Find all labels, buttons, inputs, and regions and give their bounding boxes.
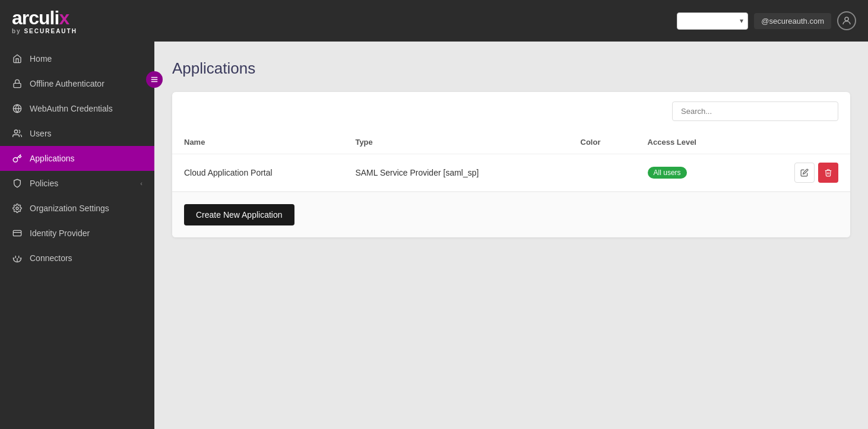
col-type: Type: [343, 131, 568, 154]
search-bar-row: [172, 92, 850, 131]
search-input[interactable]: [672, 101, 838, 121]
sidebar-item-home[interactable]: Home: [0, 46, 154, 71]
topbar: arculix by SECUREAUTH @secureauth.com: [0, 0, 868, 42]
org-select-wrapper[interactable]: [677, 12, 748, 30]
applications-card: Name Type Color Access Level Cloud Appli…: [172, 92, 850, 237]
app-access-level: All users: [636, 154, 747, 192]
sidebar-item-policies[interactable]: Policies ‹: [0, 171, 154, 196]
card-footer: Create New Application: [172, 192, 850, 237]
logo-subtitle: by SECUREAUTH: [12, 28, 77, 34]
topbar-right: @secureauth.com: [677, 11, 856, 30]
avatar[interactable]: [837, 11, 856, 30]
logo-brand: SECUREAUTH: [24, 28, 77, 34]
key-icon: [12, 153, 23, 164]
id-card-icon: [12, 228, 23, 239]
sidebar-item-users-label: Users: [30, 129, 52, 138]
sidebar-item-users[interactable]: Users: [0, 121, 154, 146]
gear-icon: [12, 203, 23, 214]
col-color: Color: [569, 131, 636, 154]
logo-inner: arculix by SECUREAUTH: [12, 7, 77, 34]
sidebar-item-applications-label: Applications: [30, 154, 75, 163]
col-actions: [747, 131, 850, 154]
sidebar-item-offline-authenticator[interactable]: Offline Authenticator: [0, 71, 154, 96]
sidebar: Home Offline Authenticator WebAuthn Cred…: [0, 42, 154, 429]
applications-table: Name Type Color Access Level Cloud Appli…: [172, 131, 850, 192]
svg-rect-9: [13, 230, 21, 236]
create-new-application-button[interactable]: Create New Application: [184, 204, 294, 225]
logo: arculix: [12, 7, 77, 29]
sidebar-item-home-label: Home: [30, 54, 52, 63]
sidebar-item-webauthn-label: WebAuthn Credentials: [30, 104, 113, 113]
content-area: Applications Name Type Color Access Leve…: [154, 42, 868, 429]
delete-button[interactable]: [818, 163, 838, 183]
home-icon: [12, 53, 23, 64]
page-title: Applications: [172, 59, 850, 78]
main-layout: Home Offline Authenticator WebAuthn Cred…: [0, 42, 868, 429]
sidebar-item-identity-provider[interactable]: Identity Provider: [0, 221, 154, 246]
sidebar-item-policies-label: Policies: [30, 179, 58, 188]
sidebar-item-applications[interactable]: Applications: [0, 146, 154, 171]
sidebar-item-org-settings-label: Organization Settings: [30, 204, 109, 213]
app-name: Cloud Application Portal: [172, 154, 343, 192]
chevron-right-icon: ‹: [140, 180, 142, 187]
logo-area: arculix by SECUREAUTH: [0, 0, 154, 42]
svg-rect-4: [14, 83, 21, 87]
svg-point-8: [16, 207, 18, 209]
shield-icon: [12, 178, 23, 189]
app-actions: [747, 154, 850, 192]
user-email-display: @secureauth.com: [754, 13, 831, 29]
sidebar-item-connectors-label: Connectors: [30, 253, 72, 263]
svg-point-0: [845, 17, 848, 21]
action-buttons: [759, 163, 838, 183]
app-type: SAML Service Provider [saml_sp]: [343, 154, 568, 192]
globe-icon: [12, 103, 23, 114]
col-access-level: Access Level: [636, 131, 747, 154]
svg-point-7: [14, 130, 17, 133]
logo-x: x: [59, 7, 69, 28]
sidebar-item-webauthn-credentials[interactable]: WebAuthn Credentials: [0, 96, 154, 121]
col-name: Name: [172, 131, 343, 154]
edit-button[interactable]: [794, 163, 815, 183]
app-color: [569, 154, 636, 192]
org-select[interactable]: [677, 12, 748, 30]
user-email-text: @secureauth.com: [761, 17, 824, 26]
sidebar-item-organization-settings[interactable]: Organization Settings: [0, 196, 154, 221]
sidebar-item-connectors[interactable]: Connectors: [0, 246, 154, 271]
access-level-badge: All users: [648, 167, 687, 179]
sidebar-item-offline-authenticator-label: Offline Authenticator: [30, 79, 104, 88]
plug-icon: [12, 253, 23, 263]
users-icon: [12, 128, 23, 139]
table-row: Cloud Application Portal SAML Service Pr…: [172, 154, 850, 192]
sidebar-toggle[interactable]: [146, 71, 163, 88]
sidebar-item-identity-provider-label: Identity Provider: [30, 228, 90, 238]
lock-icon: [12, 78, 23, 89]
